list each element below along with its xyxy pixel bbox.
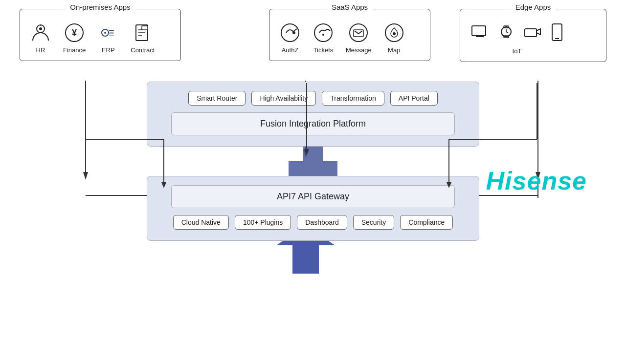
watch-icon — [497, 22, 515, 42]
pill-compliance: Compliance — [400, 215, 453, 230]
arrow-section — [284, 147, 342, 176]
svg-rect-25 — [142, 26, 148, 30]
svg-rect-35 — [472, 26, 486, 36]
pill-api-portal: API Portal — [390, 91, 438, 106]
pill-cloud-native: Cloud Native — [173, 215, 229, 230]
authz-icon — [279, 22, 301, 43]
saas-title: SaaS Apps — [327, 3, 373, 11]
camera-icon — [523, 22, 542, 42]
svg-rect-9 — [292, 244, 319, 274]
svg-rect-18 — [109, 30, 114, 31]
svg-rect-19 — [109, 32, 114, 34]
hr-item: HR — [30, 22, 51, 54]
on-premises-icons: HR ¥ Finance — [30, 22, 171, 54]
message-item: Message — [346, 22, 372, 54]
svg-point-31 — [350, 24, 367, 42]
svg-point-26 — [281, 24, 299, 42]
svg-point-29 — [314, 24, 332, 42]
svg-text:¥: ¥ — [72, 28, 77, 38]
finance-item: ¥ Finance — [63, 22, 86, 54]
authz-item: AuthZ — [279, 22, 301, 54]
contract-item: Contract — [131, 22, 155, 54]
svg-line-28 — [293, 29, 297, 32]
iot-label: IoT — [513, 47, 522, 55]
finance-label: Finance — [63, 46, 86, 54]
svg-rect-44 — [552, 24, 562, 41]
edge-icons: IoT — [470, 22, 596, 55]
gateway-pills: Cloud Native 100+ Plugins Dashboard Secu… — [173, 215, 453, 230]
svg-line-42 — [506, 32, 508, 33]
fusion-platform-label: Fusion Integration Platform — [171, 112, 455, 135]
svg-marker-46 — [289, 147, 337, 176]
svg-point-13 — [39, 27, 42, 30]
center-platform: Smart Router High Availability Transform… — [147, 82, 479, 241]
pill-dashboard: Dashboard — [297, 215, 347, 230]
message-icon — [348, 22, 369, 43]
edge-box: Edge Apps — [460, 9, 606, 62]
fusion-pills: Smart Router High Availability Transform… — [188, 91, 438, 106]
svg-point-27 — [292, 31, 295, 34]
erp-item: ERP — [97, 22, 119, 54]
tickets-item: Tickets — [313, 22, 334, 54]
message-label: Message — [346, 46, 372, 54]
on-premises-title: On-premises Apps — [65, 3, 135, 11]
contract-label: Contract — [131, 46, 155, 54]
top-section: On-premises Apps HR ¥ — [0, 0, 626, 62]
tickets-icon — [313, 22, 334, 43]
saas-box: SaaS Apps AuthZ — [269, 9, 430, 61]
tickets-label: Tickets — [313, 46, 334, 54]
svg-point-30 — [322, 34, 324, 36]
authz-label: AuthZ — [282, 46, 299, 54]
edge-title: Edge Apps — [511, 3, 556, 11]
up-arrow — [284, 147, 342, 176]
main-layout: On-premises Apps HR ¥ — [0, 0, 626, 364]
hisense-logo: Hisense — [486, 166, 587, 195]
svg-rect-20 — [109, 35, 114, 36]
phone-icon — [550, 22, 564, 42]
pill-smart-router: Smart Router — [188, 91, 246, 106]
pill-plugins: 100+ Plugins — [235, 215, 291, 230]
gateway-label: API7 API Gateway — [171, 185, 455, 208]
svg-point-34 — [393, 32, 396, 35]
svg-rect-43 — [525, 29, 537, 37]
hr-icon — [30, 22, 51, 43]
svg-marker-1 — [83, 172, 88, 180]
iot-item: IoT — [470, 22, 564, 55]
erp-label: ERP — [102, 46, 115, 54]
map-label: Map — [388, 46, 400, 54]
fusion-outer: Smart Router High Availability Transform… — [147, 82, 479, 147]
erp-icon — [97, 22, 119, 43]
gateway-outer: API7 API Gateway Cloud Native 100+ Plugi… — [147, 176, 479, 241]
screen-icon — [470, 22, 490, 42]
pill-transformation: Transformation — [322, 91, 384, 106]
finance-icon: ¥ — [64, 22, 85, 43]
svg-point-17 — [104, 32, 106, 34]
pill-security: Security — [353, 215, 395, 230]
map-icon — [383, 22, 405, 43]
on-premises-box: On-premises Apps HR ¥ — [20, 9, 181, 61]
map-item: Map — [383, 22, 405, 54]
hr-label: HR — [36, 46, 45, 54]
pill-high-availability: High Availability — [251, 91, 316, 106]
saas-icons: AuthZ Tickets — [279, 22, 420, 54]
contract-icon — [132, 22, 154, 43]
